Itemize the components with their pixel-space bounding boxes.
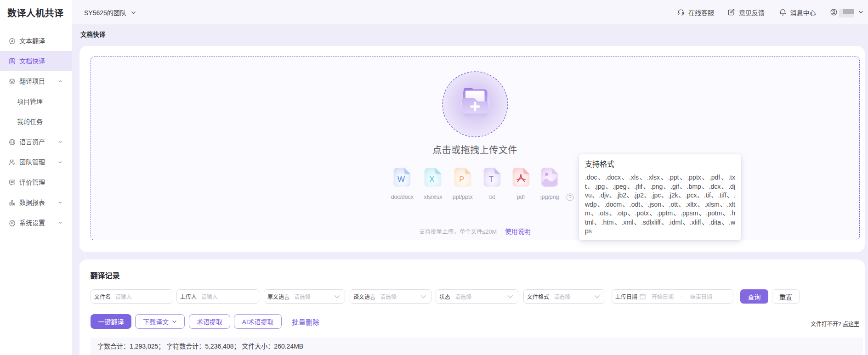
svg-text:P: P (459, 175, 464, 184)
svg-text:X: X (430, 175, 435, 184)
svg-text:W: W (397, 175, 405, 184)
svg-text:T: T (489, 175, 494, 184)
